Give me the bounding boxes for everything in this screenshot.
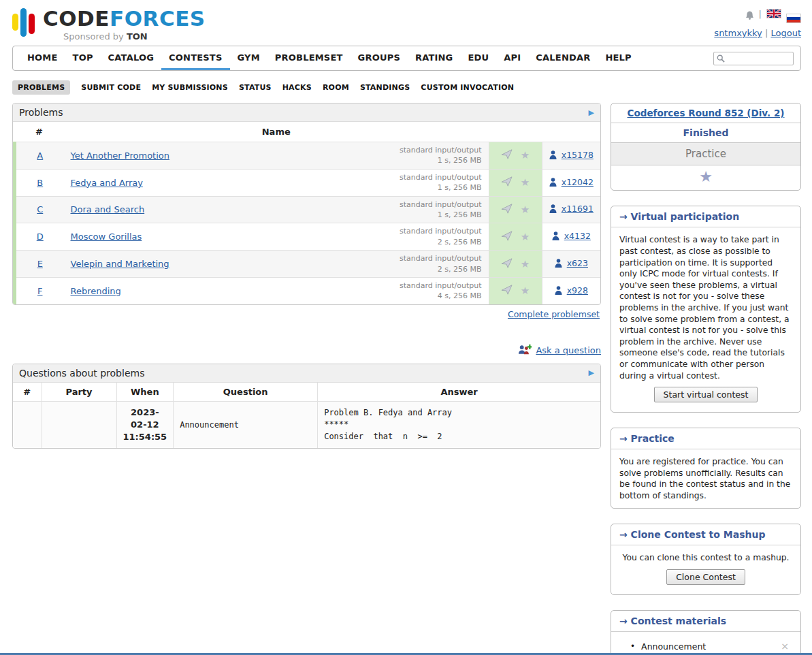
virtual-participation-text: Virtual contest is a way to take part in… bbox=[619, 235, 790, 380]
paper-plane-icon[interactable] bbox=[501, 206, 513, 216]
contest-mode: Practice bbox=[611, 143, 800, 165]
star-icon[interactable]: ★ bbox=[521, 176, 530, 189]
problem-letter-link[interactable]: C bbox=[37, 204, 43, 214]
col-number: # bbox=[15, 122, 64, 142]
nav-item-contests[interactable]: CONTESTS bbox=[161, 46, 229, 70]
problem-letter-link[interactable]: F bbox=[37, 286, 42, 296]
paper-plane-icon[interactable] bbox=[501, 287, 513, 297]
nav-item-help[interactable]: HELP bbox=[598, 46, 638, 70]
person-icon bbox=[555, 287, 562, 297]
clone-contest-button[interactable]: Clone Contest bbox=[666, 569, 745, 585]
solved-count-link[interactable]: x12042 bbox=[562, 177, 594, 187]
solved-count-link[interactable]: x15178 bbox=[562, 150, 594, 160]
person-icon bbox=[555, 259, 562, 270]
problem-row: F Rebrending standard input/output4 s, 2… bbox=[15, 277, 601, 304]
tab-submit-code[interactable]: SUBMIT CODE bbox=[81, 83, 141, 92]
star-icon[interactable]: ★ bbox=[521, 204, 530, 216]
problem-letter-link[interactable]: D bbox=[37, 231, 44, 242]
tab-custom-invocation[interactable]: CUSTOM INVOCATION bbox=[421, 83, 514, 92]
tab-room[interactable]: ROOM bbox=[323, 83, 349, 92]
tab-status[interactable]: STATUS bbox=[239, 83, 272, 92]
practice-box: → Practice You are registered for practi… bbox=[611, 428, 801, 509]
search-input[interactable] bbox=[728, 54, 790, 63]
tab-problems[interactable]: PROBLEMS bbox=[12, 80, 70, 95]
star-icon[interactable]: ★ bbox=[521, 231, 530, 243]
problem-constraints: standard input/output1 s, 256 MB bbox=[400, 145, 482, 166]
logo-bars-icon bbox=[12, 8, 37, 37]
star-icon[interactable]: ★ bbox=[521, 149, 530, 161]
main-content: Problems ▶ # Name A Yet Another Promotio… bbox=[12, 103, 801, 655]
complete-problemset-link[interactable]: Complete problemset bbox=[508, 309, 600, 319]
tab-standings[interactable]: STANDINGS bbox=[360, 83, 410, 92]
star-icon[interactable]: ★ bbox=[521, 258, 530, 270]
nav-item-edu[interactable]: EDU bbox=[460, 46, 496, 70]
expand-arrow-icon[interactable]: ▶ bbox=[589, 368, 594, 377]
problem-name-link[interactable]: Dora and Search bbox=[71, 204, 145, 214]
tab-my-submissions[interactable]: MY SUBMISSIONS bbox=[152, 83, 228, 92]
problem-name-link[interactable]: Rebrending bbox=[71, 286, 121, 296]
col-when: When bbox=[116, 383, 174, 402]
main-nav: HOME TOP CATALOG CONTESTS GYM PROBLEMSET… bbox=[12, 46, 801, 71]
paper-plane-icon[interactable] bbox=[501, 178, 513, 189]
separator: | bbox=[759, 9, 762, 19]
paper-plane-icon[interactable] bbox=[501, 260, 513, 270]
star-icon[interactable]: ★ bbox=[521, 285, 530, 297]
ru-flag-icon[interactable] bbox=[786, 14, 801, 23]
search-icon bbox=[717, 54, 725, 63]
problem-constraints: standard input/output4 s, 256 MB bbox=[400, 281, 482, 302]
contest-title-link[interactable]: Codeforces Round 852 (Div. 2) bbox=[628, 108, 785, 118]
problem-row: C Dora and Search standard input/output1… bbox=[15, 196, 601, 223]
tab-hacks[interactable]: HACKS bbox=[282, 83, 312, 92]
contest-status: Finished bbox=[611, 123, 800, 143]
problem-name-link[interactable]: Yet Another Promotion bbox=[71, 150, 169, 161]
close-icon[interactable]: × bbox=[777, 641, 792, 652]
problem-constraints: standard input/output2 s, 256 MB bbox=[400, 253, 482, 274]
problem-letter-link[interactable]: A bbox=[37, 150, 43, 161]
logout-link[interactable]: Logout bbox=[770, 28, 801, 38]
codeforces-logo[interactable]: CODEFORCES Sponsored by TON bbox=[12, 8, 206, 42]
nav-item-problemset[interactable]: PROBLEMSET bbox=[267, 46, 351, 70]
language-row: | bbox=[714, 9, 801, 28]
solved-count-link[interactable]: x928 bbox=[567, 285, 588, 295]
ask-question-link[interactable]: Ask a question bbox=[536, 345, 601, 355]
problem-letter-link[interactable]: E bbox=[37, 259, 43, 269]
problem-constraints: standard input/output1 s, 256 MB bbox=[400, 172, 482, 193]
paper-plane-icon[interactable] bbox=[501, 233, 513, 243]
person-icon bbox=[552, 232, 559, 242]
expand-arrow-icon[interactable]: ▶ bbox=[589, 108, 594, 117]
solved-count-link[interactable]: x623 bbox=[567, 258, 588, 268]
nav-item-catalog[interactable]: CATALOG bbox=[101, 46, 161, 70]
nav-item-home[interactable]: HOME bbox=[20, 46, 65, 70]
nav-item-rating[interactable]: RATING bbox=[408, 46, 461, 70]
username-link[interactable]: sntmxykky bbox=[714, 28, 762, 38]
problem-name-link[interactable]: Velepin and Marketing bbox=[71, 259, 169, 269]
problem-name-link[interactable]: Fedya and Array bbox=[71, 178, 143, 188]
ask-question-icon bbox=[518, 344, 532, 357]
sidebar: Codeforces Round 852 (Div. 2) Finished P… bbox=[611, 103, 801, 655]
nav-item-calendar[interactable]: CALENDAR bbox=[528, 46, 598, 70]
favourite-star-icon[interactable]: ★ bbox=[611, 165, 800, 190]
question-party bbox=[42, 401, 116, 448]
solved-count-link[interactable]: x4132 bbox=[564, 231, 591, 241]
material-announcement-link[interactable]: Announcement bbox=[641, 641, 777, 652]
nav-item-top[interactable]: TOP bbox=[65, 46, 101, 70]
col-question-number: # bbox=[13, 383, 42, 402]
problems-table: Problems ▶ # Name A Yet Another Promotio… bbox=[12, 103, 601, 305]
nav-item-gym[interactable]: GYM bbox=[230, 46, 267, 70]
complete-problemset-row: Complete problemset bbox=[12, 305, 601, 323]
contest-info-box: Codeforces Round 852 (Div. 2) Finished P… bbox=[611, 103, 801, 191]
paper-plane-icon[interactable] bbox=[501, 151, 513, 161]
virtual-participation-box: → Virtual participation Virtual contest … bbox=[611, 206, 801, 413]
problem-name-link[interactable]: Moscow Gorillas bbox=[71, 231, 142, 242]
bell-icon[interactable] bbox=[745, 10, 754, 22]
col-name: Name bbox=[64, 122, 489, 142]
questions-table: Questions about problems ▶ # Party When … bbox=[12, 364, 601, 449]
start-virtual-contest-button[interactable]: Start virtual contest bbox=[654, 387, 758, 402]
nav-item-groups[interactable]: GROUPS bbox=[351, 46, 408, 70]
search-box[interactable] bbox=[713, 52, 794, 65]
virtual-participation-title: → Virtual participation bbox=[611, 206, 800, 227]
problem-letter-link[interactable]: B bbox=[37, 178, 43, 188]
uk-flag-icon[interactable] bbox=[766, 9, 781, 18]
nav-item-api[interactable]: API bbox=[496, 46, 528, 70]
solved-count-link[interactable]: x11691 bbox=[562, 204, 594, 214]
